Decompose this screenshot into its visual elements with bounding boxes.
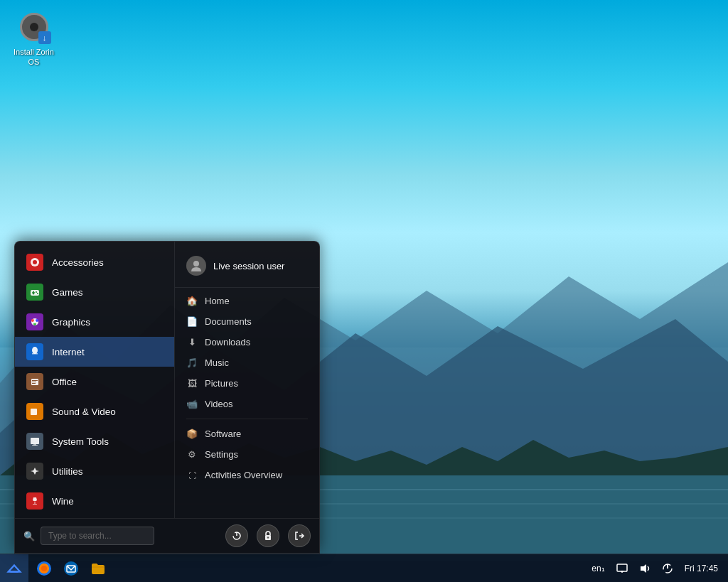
install-zorin-icon-image: ↓	[17, 10, 51, 44]
videos-label: Videos	[205, 399, 233, 409]
display-tray[interactable]	[614, 562, 631, 575]
menu-categories: Accessories Games Graphics Internet	[15, 242, 175, 518]
svg-point-14	[37, 293, 38, 294]
language-tray[interactable]: en₁	[589, 562, 607, 575]
install-zorin-label: Install Zorin OS	[10, 47, 58, 68]
menu-user-section[interactable]: Live session user	[175, 247, 319, 288]
documents-label: Documents	[205, 316, 252, 327]
menu-item-graphics[interactable]: Graphics	[15, 307, 174, 337]
install-zorin-icon[interactable]: ↓ Install Zorin OS	[7, 7, 60, 70]
system-tools-icon	[26, 433, 43, 450]
documents-icon: 📄	[186, 316, 198, 327]
menu-item-internet[interactable]: Internet	[15, 337, 174, 367]
accessories-label: Accessories	[52, 257, 104, 268]
menu-activities[interactable]: ⛶ Activities Overview	[175, 465, 319, 485]
thunderbird-icon	[63, 560, 80, 577]
svg-rect-32	[33, 504, 37, 505]
logout-button[interactable]	[288, 524, 311, 547]
menu-item-utilities[interactable]: Utilities	[15, 456, 174, 486]
disk-inner	[30, 23, 38, 31]
power-tray[interactable]	[659, 561, 676, 576]
graphics-label: Graphics	[52, 317, 90, 328]
svg-rect-12	[32, 292, 35, 293]
sound-video-label: Sound & Video	[52, 406, 116, 417]
svg-point-9	[33, 260, 37, 264]
icon-line1: Install Zorin	[14, 48, 54, 56]
search-input[interactable]	[41, 527, 154, 545]
menu-right-panel: Live session user 🏠 Home 📄 Documents ⬇ D…	[175, 242, 319, 518]
games-label: Games	[52, 287, 83, 298]
menu-videos[interactable]: 📹 Videos	[175, 394, 319, 414]
downloads-icon: ⬇	[186, 337, 198, 347]
icon-line2: OS	[28, 58, 40, 66]
start-button[interactable]	[0, 554, 28, 583]
svg-rect-23	[32, 380, 38, 381]
volume-tray[interactable]	[636, 561, 653, 576]
internet-label: Internet	[52, 347, 85, 357]
utilities-label: Utilities	[52, 466, 83, 477]
svg-rect-21	[32, 353, 38, 355]
menu-search-bar: 🔍	[15, 518, 319, 553]
zorin-logo	[6, 561, 22, 576]
shutdown-button[interactable]	[225, 524, 248, 547]
menu-downloads[interactable]: ⬇ Downloads	[175, 332, 319, 352]
files-icon	[90, 560, 107, 577]
svg-rect-25	[32, 383, 36, 384]
menu-documents[interactable]: 📄 Documents	[175, 311, 319, 332]
accessories-icon	[26, 254, 43, 271]
taskbar-tray: en₁ Fri 17:45	[589, 561, 728, 576]
svg-rect-28	[31, 438, 39, 444]
svg-point-19	[33, 320, 36, 323]
svg-rect-31	[35, 502, 36, 504]
files-taskbar-btn[interactable]	[85, 556, 111, 581]
menu-item-system-tools[interactable]: System Tools	[15, 426, 174, 456]
menu-software[interactable]: 📦 Software	[175, 424, 319, 444]
menu-pictures[interactable]: 🖼 Pictures	[175, 373, 319, 394]
volume-icon	[639, 563, 651, 574]
music-label: Music	[205, 357, 229, 368]
user-avatar	[186, 256, 206, 276]
thunderbird-taskbar-btn[interactable]	[58, 556, 84, 581]
svg-marker-49	[641, 564, 646, 573]
menu-item-office[interactable]: Office	[15, 367, 174, 397]
home-icon: 🏠	[186, 296, 198, 306]
software-icon: 📦	[186, 429, 198, 439]
menu-home[interactable]: 🏠 Home	[175, 291, 319, 311]
graphics-icon	[26, 313, 43, 330]
menu-separator-1	[186, 419, 308, 419]
lock-button[interactable]	[257, 524, 279, 547]
power-icon	[662, 563, 673, 574]
pictures-icon: 🖼	[186, 378, 198, 389]
firefox-taskbar-btn[interactable]	[31, 556, 57, 581]
home-label: Home	[205, 296, 230, 306]
menu-item-games[interactable]: Games	[15, 277, 174, 307]
clock-label: Fri 17:45	[685, 564, 718, 573]
software-label: Software	[205, 429, 241, 439]
office-icon	[26, 373, 43, 390]
settings-icon: ⚙	[186, 449, 198, 460]
clock-tray[interactable]: Fri 17:45	[682, 562, 721, 575]
menu-settings[interactable]: ⚙ Settings	[175, 444, 319, 465]
svg-marker-39	[9, 565, 21, 571]
wine-label: Wine	[52, 496, 74, 507]
svg-point-44	[64, 561, 78, 576]
language-label: en₁	[592, 564, 604, 573]
menu-music[interactable]: 🎵 Music	[175, 352, 319, 373]
activities-icon: ⛶	[186, 471, 198, 480]
menu-item-sound-video[interactable]: Sound & Video	[15, 397, 174, 426]
svg-point-13	[36, 291, 37, 293]
taskbar-apps	[28, 554, 114, 582]
menu-item-accessories[interactable]: Accessories	[15, 247, 174, 277]
videos-icon: 📹	[186, 399, 198, 409]
internet-icon	[26, 343, 43, 360]
pictures-label: Pictures	[205, 378, 238, 389]
menu-body: Accessories Games Graphics Internet	[15, 242, 319, 518]
system-tools-label: System Tools	[52, 436, 109, 447]
taskbar: en₁ Fri 17:45	[0, 554, 728, 582]
svg-rect-26	[31, 409, 37, 415]
menu-item-wine[interactable]: Wine	[15, 486, 174, 516]
user-name: Live session user	[213, 261, 284, 271]
display-icon	[616, 564, 628, 573]
office-label: Office	[52, 377, 77, 387]
svg-point-37	[267, 537, 269, 538]
